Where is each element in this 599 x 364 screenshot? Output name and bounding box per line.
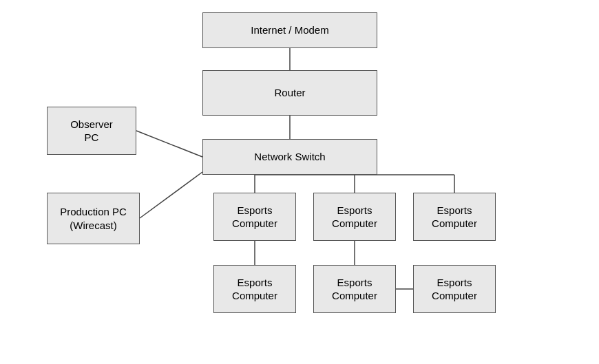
production-pc-node: Production PC (Wirecast) xyxy=(47,193,140,244)
network-diagram: Internet / Modem Router Network Switch O… xyxy=(0,0,599,364)
esports-computer-5-node: Esports Computer xyxy=(313,265,396,313)
svg-line-2 xyxy=(136,131,202,157)
connection-lines xyxy=(0,0,599,364)
esports-computer-4-node: Esports Computer xyxy=(213,265,296,313)
internet-modem-node: Internet / Modem xyxy=(202,12,377,48)
esports-computer-1-node: Esports Computer xyxy=(213,193,296,241)
router-node: Router xyxy=(202,70,377,116)
esports-computer-6-node: Esports Computer xyxy=(413,265,496,313)
observer-pc-node: Observer PC xyxy=(47,107,136,155)
esports-computer-3-node: Esports Computer xyxy=(413,193,496,241)
svg-line-3 xyxy=(140,172,202,218)
network-switch-node: Network Switch xyxy=(202,139,377,175)
esports-computer-2-node: Esports Computer xyxy=(313,193,396,241)
